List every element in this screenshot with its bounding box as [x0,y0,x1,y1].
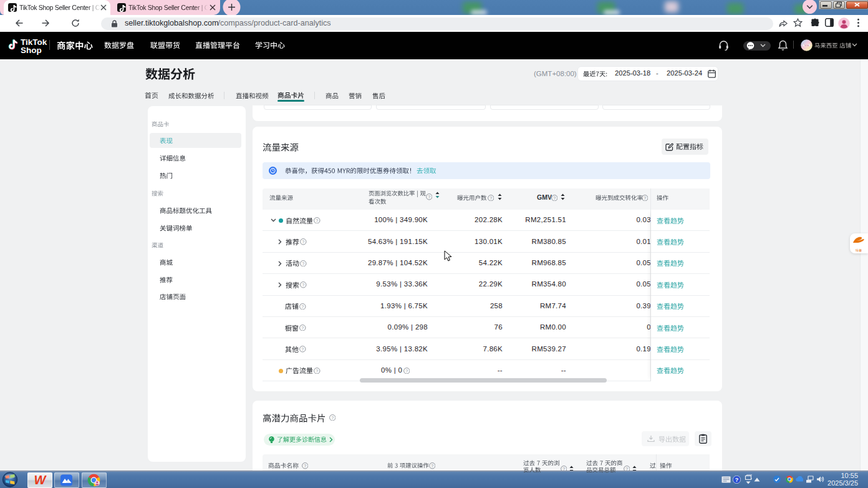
svg-text:?: ? [428,195,430,200]
svg-text:?: ? [301,326,304,331]
svg-text:?: ? [405,369,408,374]
svg-text:?: ? [302,240,304,245]
svg-text:?: ? [301,347,304,352]
svg-text:?: ? [735,477,739,483]
svg-text:?: ? [301,304,304,309]
svg-text:?: ? [331,416,334,421]
svg-text:?: ? [553,196,556,201]
svg-text:W: W [34,473,47,487]
svg-text:?: ? [644,196,646,201]
svg-text:?: ? [302,283,304,288]
svg-text:?: ? [316,218,318,223]
svg-text:TikTok: TikTok [804,44,809,47]
svg-text:?: ? [316,369,318,374]
svg-text:?: ? [431,464,433,469]
svg-text:?: ? [302,261,304,266]
svg-text:?: ? [489,196,492,201]
svg-text:?: ? [304,464,306,469]
